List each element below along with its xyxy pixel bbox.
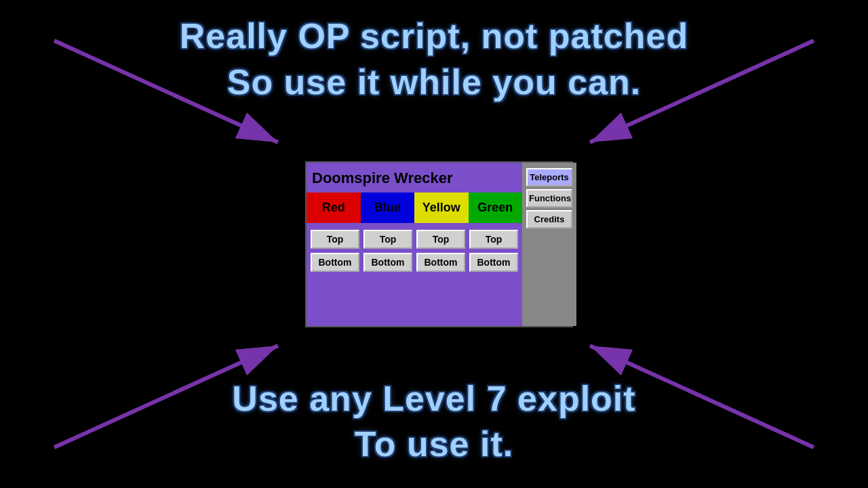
top-button-2[interactable]: Top <box>363 230 412 249</box>
top-line1: Really OP script, not patched <box>0 14 868 60</box>
team-row: Red Blue Yellow Green <box>307 192 522 223</box>
team-yellow-button[interactable]: Yellow <box>414 192 469 223</box>
top-button-3[interactable]: Top <box>416 230 465 249</box>
bottom-buttons-row: Bottom Bottom Bottom Bottom <box>311 253 518 272</box>
gui-main-panel: Doomspire Wrecker Red Blue Yellow Green … <box>307 163 522 326</box>
top-buttons-row: Top Top Top Top <box>311 230 518 249</box>
top-button-4[interactable]: Top <box>469 230 518 249</box>
bottom-button-4[interactable]: Bottom <box>469 253 518 272</box>
bottom-line1: Use any Level 7 exploit <box>0 376 868 422</box>
gui-title: Doomspire Wrecker <box>307 163 522 192</box>
teleports-button[interactable]: Teleports <box>526 168 572 186</box>
top-line2: So use it while you can. <box>0 60 868 106</box>
bottom-button-3[interactable]: Bottom <box>416 253 465 272</box>
gui-window: Doomspire Wrecker Red Blue Yellow Green … <box>305 161 573 327</box>
team-blue-button[interactable]: Blue <box>361 192 415 223</box>
top-button-1[interactable]: Top <box>311 230 359 249</box>
bottom-text: Use any Level 7 exploit To use it. <box>0 376 868 468</box>
top-text: Really OP script, not patched So use it … <box>0 14 868 105</box>
bottom-button-1[interactable]: Bottom <box>311 253 359 272</box>
functions-button[interactable]: Functions <box>526 189 572 207</box>
credits-button[interactable]: Credits <box>526 210 572 228</box>
bottom-line2: To use it. <box>0 422 868 468</box>
gui-sidebar: Teleports Functions Credits <box>522 163 576 326</box>
bottom-button-2[interactable]: Bottom <box>363 253 412 272</box>
team-red-button[interactable]: Red <box>307 192 361 223</box>
team-green-button[interactable]: Green <box>469 192 523 223</box>
teleport-buttons-area: Top Top Top Top Bottom Bottom Bottom Bot… <box>307 223 522 326</box>
